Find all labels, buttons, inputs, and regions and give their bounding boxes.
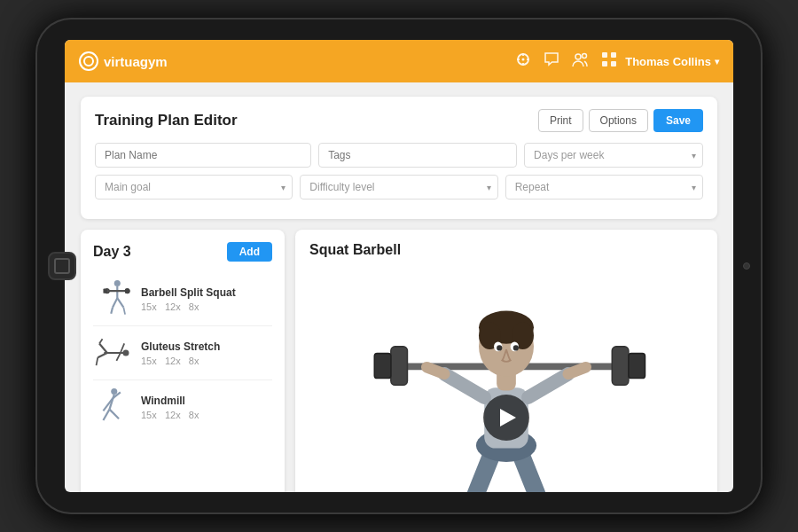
svg-line-19 xyxy=(117,298,123,308)
exercise-item[interactable]: Windmill 15x 12x 8x xyxy=(93,380,272,434)
tablet-frame: virtuagym xyxy=(35,18,763,514)
svg-line-30 xyxy=(116,353,120,361)
svg-line-28 xyxy=(97,357,98,365)
repeat-select[interactable]: Repeat xyxy=(505,175,703,200)
days-per-week-select[interactable]: Days per week xyxy=(524,143,703,168)
home-button[interactable] xyxy=(48,252,76,280)
username: Thomas Collins xyxy=(625,55,711,68)
add-button[interactable]: Add xyxy=(227,242,272,262)
exercise-thumbnail-3 xyxy=(93,387,132,426)
difficulty-select[interactable]: Difficulty level xyxy=(300,175,497,200)
svg-line-54 xyxy=(568,367,586,374)
repeat-wrapper: Repeat xyxy=(505,175,703,200)
exercise-info-2: Gluteus Stretch 15x 12x 8x xyxy=(141,340,220,366)
svg-line-53 xyxy=(426,367,444,374)
play-icon xyxy=(500,409,516,426)
svg-point-6 xyxy=(575,54,581,59)
nav-icons xyxy=(515,51,616,71)
svg-line-20 xyxy=(123,308,125,315)
plan-name-input[interactable] xyxy=(95,143,311,168)
exercise-name-3: Windmill xyxy=(141,395,199,407)
brand: virtuagym xyxy=(79,51,168,71)
svg-point-63 xyxy=(513,345,519,350)
svg-line-36 xyxy=(109,410,119,419)
svg-rect-42 xyxy=(629,354,645,379)
difficulty-wrapper: Difficulty level xyxy=(300,175,497,200)
days-per-week-wrapper: Days per week xyxy=(524,143,703,168)
video-panel: Squat Barbell xyxy=(295,230,717,492)
exercise-item[interactable]: Barbell Split Squat 15x 12x 8x xyxy=(93,272,272,326)
print-button[interactable]: Print xyxy=(538,109,583,132)
svg-rect-39 xyxy=(391,347,408,385)
tags-input[interactable] xyxy=(318,143,517,168)
svg-point-31 xyxy=(111,388,117,395)
day-panel: Day 3 Add xyxy=(81,230,285,492)
exercise-reps-3: 15x 12x 8x xyxy=(141,410,199,420)
day-header: Day 3 Add xyxy=(93,242,272,262)
exercise-reps-2: 15x 12x 8x xyxy=(141,356,220,366)
screen: virtuagym xyxy=(65,40,733,492)
svg-rect-41 xyxy=(612,347,629,385)
editor-title: Training Plan Editor xyxy=(95,112,538,129)
exercise-name-1: Barbell Split Squat xyxy=(141,286,236,299)
exercise-reps-1: 15x 12x 8x xyxy=(141,301,236,312)
main-goal-select[interactable]: Main goal xyxy=(95,175,293,200)
form-row-1: Days per week xyxy=(95,143,703,168)
brand-icon xyxy=(79,51,98,71)
crosshair-icon[interactable] xyxy=(515,51,531,71)
bottom-panels: Day 3 Add xyxy=(81,230,717,492)
exercise-info-3: Windmill 15x 12x 8x xyxy=(141,395,199,420)
exercise-thumbnail-1 xyxy=(93,279,132,318)
svg-line-18 xyxy=(111,308,113,314)
exercise-info-1: Barbell Split Squat 15x 12x 8x xyxy=(141,286,236,312)
svg-point-5 xyxy=(522,59,525,61)
save-button[interactable]: Save xyxy=(653,109,703,132)
video-content xyxy=(309,267,703,492)
users-icon[interactable] xyxy=(572,51,590,71)
svg-line-51 xyxy=(444,374,484,397)
grid-icon[interactable] xyxy=(602,52,616,70)
exercise-name-2: Gluteus Stretch xyxy=(141,340,220,353)
camera xyxy=(743,262,750,270)
svg-line-52 xyxy=(528,374,568,397)
svg-rect-11 xyxy=(611,61,616,66)
play-button[interactable] xyxy=(483,395,529,441)
brand-name: virtuagym xyxy=(104,54,168,69)
editor-header: Training Plan Editor Print Options Save xyxy=(95,109,703,132)
chat-icon[interactable] xyxy=(544,51,559,71)
svg-line-27 xyxy=(98,353,107,357)
svg-rect-22 xyxy=(125,289,129,293)
navbar: virtuagym xyxy=(65,40,733,82)
svg-rect-21 xyxy=(103,289,106,293)
svg-line-17 xyxy=(113,298,117,308)
video-title: Squat Barbell xyxy=(309,242,703,258)
main-goal-wrapper: Main goal xyxy=(95,175,293,200)
day-title: Day 3 xyxy=(93,244,227,260)
exercise-thumbnail-2 xyxy=(93,333,132,372)
svg-rect-9 xyxy=(611,52,616,58)
exercise-item[interactable]: Gluteus Stretch 15x 12x 8x xyxy=(93,326,272,380)
svg-point-7 xyxy=(583,54,587,59)
form-row-2: Main goal Difficulty level Repeat xyxy=(95,175,703,200)
svg-line-26 xyxy=(99,339,103,343)
svg-line-25 xyxy=(99,343,107,353)
user-menu[interactable]: Thomas Collins ▾ xyxy=(625,55,719,68)
options-button[interactable]: Options xyxy=(589,109,648,132)
main-content: Training Plan Editor Print Options Save … xyxy=(65,82,733,492)
svg-rect-8 xyxy=(602,52,607,58)
editor-buttons: Print Options Save xyxy=(538,109,703,132)
user-dropdown-arrow: ▾ xyxy=(715,57,719,66)
svg-rect-40 xyxy=(374,354,391,379)
svg-rect-10 xyxy=(602,61,607,66)
athlete-svg xyxy=(309,267,703,492)
svg-point-62 xyxy=(497,345,502,350)
editor-card: Training Plan Editor Print Options Save … xyxy=(81,97,717,219)
svg-point-12 xyxy=(114,280,121,286)
